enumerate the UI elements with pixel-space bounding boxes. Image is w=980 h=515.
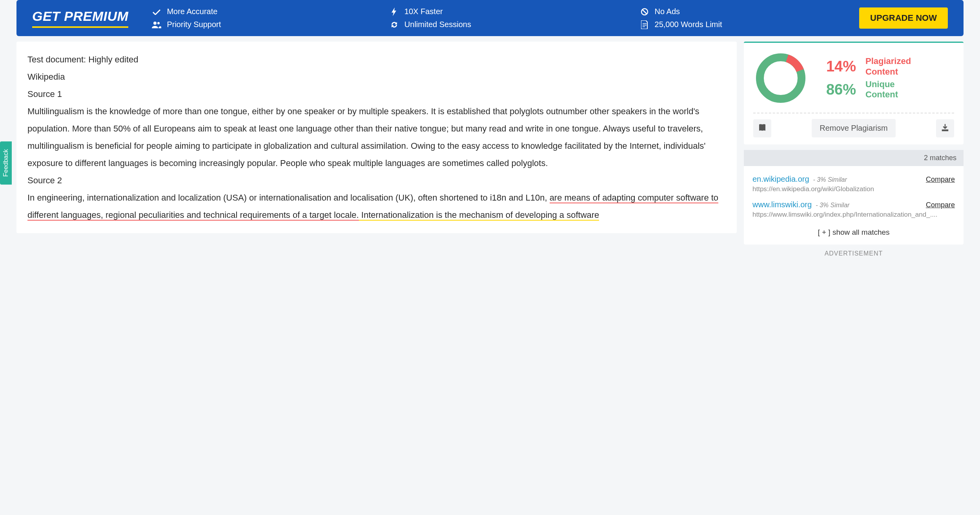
premium-title: GET PREMIUM [32, 9, 128, 28]
doc-paragraph-2: In engineering, internationalization and… [27, 189, 726, 224]
feature-label: 10X Faster [404, 7, 443, 16]
feature-label: 25,000 Words Limit [655, 20, 722, 29]
matches-count: 2 matches [744, 150, 964, 166]
svg-point-2 [153, 22, 157, 25]
doc-line-3: Source 1 [27, 86, 726, 103]
match-item: en.wikipedia.org - 3% Similar Compare ht… [752, 175, 955, 193]
match-domain-link[interactable]: en.wikipedia.org [752, 175, 809, 184]
book-button[interactable] [753, 119, 771, 137]
feature-faster: 10X Faster [390, 7, 608, 16]
doc-paragraph-1: Multilingualism is the knowledge of more… [27, 103, 726, 172]
show-all-matches-link[interactable]: [ + ] show all matches [752, 226, 955, 238]
premium-features: More Accurate 10X Faster No Ads Priority… [152, 7, 859, 29]
feature-label: Unlimited Sessions [404, 20, 471, 29]
doc-line-4: Source 2 [27, 172, 726, 189]
donut-chart [753, 51, 808, 106]
unique-stat: 86% Unique Content [820, 79, 954, 100]
compare-link[interactable]: Compare [926, 175, 955, 184]
upgrade-button[interactable]: UPGRADE NOW [859, 7, 948, 29]
users-icon [152, 21, 161, 28]
document-panel: Test document: Highly edited Wikipedia S… [16, 42, 737, 233]
doc-line-2: Wikipedia [27, 68, 726, 86]
match-similarity: - 3% Similar [813, 176, 847, 183]
svg-line-1 [642, 9, 647, 14]
divider [753, 113, 954, 113]
book-icon [758, 124, 766, 133]
unique-percent: 86% [820, 81, 856, 98]
refresh-icon [390, 21, 399, 29]
feature-label: More Accurate [167, 7, 217, 16]
match-url: https://www.limswiki.org/index.php/Inter… [752, 211, 955, 219]
match-similarity: - 3% Similar [816, 202, 849, 209]
feature-label: Priority Support [167, 20, 221, 29]
match-item: www.limswiki.org - 3% Similar Compare ht… [752, 200, 955, 219]
feature-noads: No Ads [640, 7, 860, 16]
feature-label: No Ads [655, 7, 680, 16]
doc-line-1: Test document: Highly edited [27, 51, 726, 68]
feature-unlimited: Unlimited Sessions [390, 20, 608, 29]
premium-banner: GET PREMIUM More Accurate 10X Faster No … [16, 0, 964, 36]
feature-accurate: More Accurate [152, 7, 358, 16]
feature-priority: Priority Support [152, 20, 358, 29]
unique-label: Unique Content [865, 79, 898, 100]
results-sidebar: 14% Plagiarized Content 86% Unique Conte… [744, 42, 964, 257]
ban-icon [640, 8, 649, 16]
advertisement-label: ADVERTISEMENT [744, 250, 964, 257]
match-domain-link[interactable]: www.limswiki.org [752, 200, 812, 209]
matches-card: 2 matches en.wikipedia.org - 3% Similar … [744, 150, 964, 245]
document-icon [640, 20, 649, 29]
feature-words: 25,000 Words Limit [640, 20, 860, 29]
compare-link[interactable]: Compare [926, 201, 955, 209]
plagiarized-label: Plagiarized Content [865, 56, 911, 77]
doc-para2-post: Internationalization is the mechanism of… [359, 210, 599, 221]
download-button[interactable] [936, 119, 954, 137]
feedback-tab[interactable]: Feedback [0, 141, 12, 184]
doc-para2-pre: In engineering, internationalization and… [27, 193, 550, 203]
download-icon [941, 124, 949, 133]
svg-point-3 [157, 22, 160, 24]
remove-plagiarism-button[interactable]: Remove Plagiarism [812, 119, 895, 137]
match-url: https://en.wikipedia.org/wiki/Globalizat… [752, 185, 955, 193]
stats-card: 14% Plagiarized Content 86% Unique Conte… [744, 42, 964, 144]
check-icon [152, 9, 161, 15]
plagiarized-stat: 14% Plagiarized Content [820, 56, 954, 77]
plagiarized-percent: 14% [820, 58, 856, 75]
bolt-icon [390, 7, 399, 16]
